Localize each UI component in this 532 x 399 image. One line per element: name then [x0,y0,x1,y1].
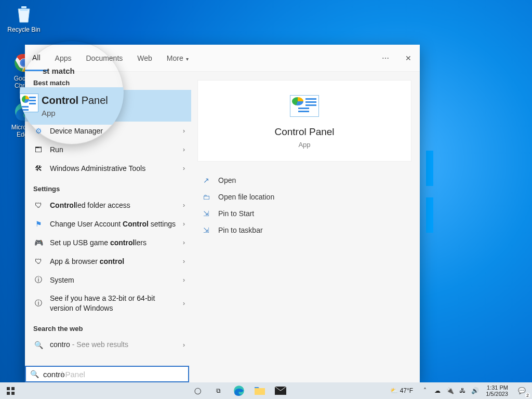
taskbar-file-explorer[interactable] [249,382,270,399]
open-icon: ↗ [201,176,212,184]
more-options-button[interactable]: ⋯ [374,54,397,62]
section-best-match: Best match [25,72,191,90]
tray-battery-icon[interactable]: 🔌 [445,387,455,394]
clock-time: 1:31 PM [486,384,508,391]
taskbar-task-view[interactable]: ⧉ [208,382,229,399]
best-match-title: Control Panel [59,96,113,107]
shield-icon: 🛡 [33,256,44,267]
tab-more-label: More [167,54,183,62]
result-system-type[interactable]: ⓘ See if you have a 32-bit or 64-bit ver… [25,289,191,317]
accent-stripe [426,151,433,186]
accent-stripe [426,197,433,233]
search-icon: 🔍 [33,340,44,350]
system-tray: ˄ ☁ 🔌 🖧 🔊 [417,387,483,394]
weather-icon: ⛅ [390,387,398,394]
results-left-column: Best match Control Panel App ⚙ Device Ma… [25,72,191,382]
taskbar-search-box[interactable]: 🔍 l Panel [25,366,189,382]
result-label: System [50,275,183,285]
controller-icon: 🎮 [33,237,44,248]
result-game-controllers[interactable]: 🎮 Set up USB game controllers › [25,233,191,252]
chevron-right-icon: › [183,300,185,307]
tray-onedrive-icon[interactable]: ☁ [433,387,442,394]
chevron-right-icon: › [183,276,185,284]
chevron-right-icon: › [183,220,185,228]
svg-rect-0 [21,6,26,8]
notification-count: 2 [525,393,530,398]
info-icon: ⓘ [33,298,44,309]
search-tabs: All Apps Documents Web More ▾ ⋯ ✕ [25,45,420,72]
chevron-right-icon: › [183,127,185,135]
result-admin-tools[interactable]: 🛠 Windows Administrative Tools › [25,159,191,178]
close-button[interactable]: ✕ [397,54,420,62]
chevron-right-icon: › [183,239,185,246]
preview-card: Control Panel App [197,80,411,162]
tab-more[interactable]: More ▾ [159,46,196,70]
result-app-browser-control[interactable]: 🛡 App & browser control › [25,252,191,271]
taskbar-mail[interactable] [270,382,291,399]
run-icon: 🗔 [33,144,44,155]
taskbar-cortana[interactable]: ◯ [187,382,208,399]
best-match-result[interactable]: Control Panel App [25,90,191,122]
chevron-right-icon: › [183,202,185,209]
action-pin-to-taskbar[interactable]: ⇲ Pin to taskbar [197,222,411,238]
tools-icon: 🛠 [33,163,44,174]
taskbar-edge[interactable] [229,382,249,399]
tray-volume-icon[interactable]: 🔊 [470,387,480,394]
tray-network-icon[interactable]: 🖧 [458,387,467,394]
clock-date: 1/5/2023 [486,391,508,397]
result-label: Controlled folder access [50,201,183,210]
section-settings: Settings [25,178,191,196]
result-run[interactable]: 🗔 Run › [25,140,191,159]
tab-all[interactable]: All [25,45,48,71]
action-label: Pin to taskbar [218,226,263,234]
shield-icon: 🛡 [33,200,44,210]
best-match-subtitle: App [59,108,113,115]
recycle-bin-icon [13,3,35,25]
action-label: Open [218,176,236,184]
result-controlled-folder-access[interactable]: 🛡 Controlled folder access › [25,196,191,215]
desktop-icon-recycle-bin[interactable]: Recycle Bin [4,3,44,33]
result-web-search[interactable]: 🔍 contro - See web results › [25,336,191,354]
result-label: Run [50,145,183,155]
action-open[interactable]: ↗ Open [197,172,411,189]
taskbar-clock[interactable]: 1:31 PM 1/5/2023 [483,384,511,397]
flag-icon: ⚑ [33,219,44,229]
action-label: Pin to Start [218,209,254,218]
chevron-right-icon: › [183,165,185,172]
tab-web[interactable]: Web [130,46,159,70]
search-input[interactable] [43,370,184,379]
preview-subtitle: App [208,141,401,149]
result-label: Windows Administrative Tools [50,164,183,174]
result-label: See if you have a 32-bit or 64-bit versi… [50,294,183,313]
tray-chevron-up-icon[interactable]: ˄ [420,387,430,394]
action-label: Open file location [218,193,274,201]
chevron-right-icon: › [183,258,185,265]
preview-title: Control Panel [208,126,401,138]
info-icon: ⓘ [33,275,44,285]
result-device-manager[interactable]: ⚙ Device Manager › [25,122,191,140]
result-preview-column: Control Panel App ↗ Open 🗀 Open file loc… [191,72,420,382]
action-open-file-location[interactable]: 🗀 Open file location [197,189,411,205]
section-search-web: Search the web [25,317,191,336]
tab-documents[interactable]: Documents [78,46,130,70]
desktop-icon-label: Recycle Bin [7,26,40,33]
result-system[interactable]: ⓘ System › [25,271,191,289]
result-label: Change User Account Control settings [50,219,183,229]
result-label: contro - See web results [50,340,183,350]
start-button[interactable] [0,382,21,399]
result-label: Set up USB game controllers [50,238,183,248]
action-pin-to-start[interactable]: ⇲ Pin to Start [197,205,411,222]
chevron-down-icon: ▾ [184,56,189,62]
control-panel-icon [33,97,52,115]
taskbar: ◯ ⧉ ⛅ 47°F ˄ ☁ 🔌 🖧 🔊 1:31 PM 1/5/2023 💬2 [0,382,532,399]
result-uac-settings[interactable]: ⚑ Change User Account Control settings › [25,215,191,233]
tab-apps[interactable]: Apps [48,46,79,70]
result-label: App & browser control [50,257,183,267]
gear-icon: ⚙ [33,126,44,136]
start-search-panel: All Apps Documents Web More ▾ ⋯ ✕ Best m… [25,45,420,382]
pin-icon: ⇲ [201,209,212,218]
taskbar-weather[interactable]: ⛅ 47°F [386,387,417,394]
taskbar-action-center[interactable]: 💬2 [511,382,532,399]
chevron-right-icon: › [183,341,185,349]
control-panel-icon [290,95,319,117]
